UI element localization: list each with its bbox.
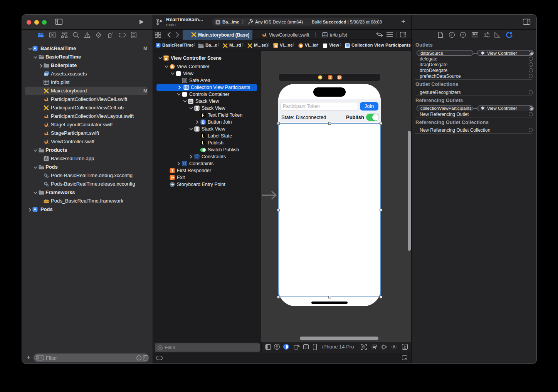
- svg-text:F: F: [202, 113, 205, 117]
- svg-text:?: ?: [462, 33, 464, 37]
- svg-text:L: L: [202, 134, 205, 138]
- svg-text:B: B: [202, 120, 205, 124]
- svg-text:L: L: [202, 141, 205, 145]
